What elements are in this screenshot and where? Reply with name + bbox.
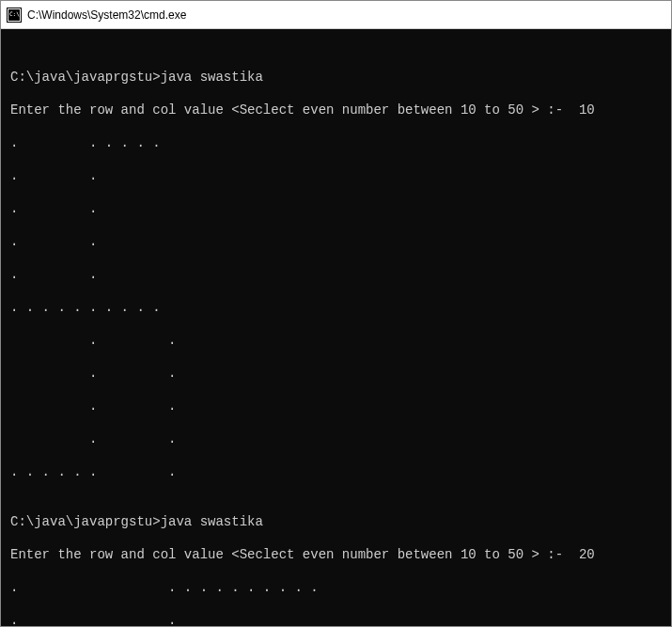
output-line: . . — [10, 431, 662, 448]
prompt-line: C:\java\javaprgstu>java swastika — [10, 514, 662, 531]
output-line: . . — [10, 399, 662, 415]
window-title: C:\Windows\System32\cmd.exe — [27, 8, 186, 22]
output-line: . . . . . . . — [10, 464, 662, 481]
prompt-line: C:\java\javaprgstu>java swastika — [10, 70, 662, 86]
output-line: . . — [10, 366, 662, 383]
output-line: . . — [10, 201, 662, 218]
output-line: . . — [10, 168, 662, 185]
titlebar[interactable]: C:\ C:\Windows\System32\cmd.exe — [1, 1, 671, 29]
input-line: Enter the row and col value <Seclect eve… — [10, 102, 662, 119]
output-line: . . — [10, 267, 662, 284]
cmd-icon: C:\ — [7, 8, 22, 23]
output-line: . . — [10, 613, 662, 627]
cmd-window: C:\ C:\Windows\System32\cmd.exe C:\java\… — [0, 0, 672, 627]
output-line: . . . . . . — [10, 135, 662, 152]
svg-text:C:\: C:\ — [9, 10, 20, 17]
output-line: . . — [10, 333, 662, 350]
output-line: . . . . . . . . . . . — [10, 580, 662, 597]
input-line: Enter the row and col value <Seclect eve… — [10, 547, 662, 564]
output-line: . . . . . . . . . . — [10, 300, 662, 317]
terminal-content[interactable]: C:\java\javaprgstu>java swastika Enter t… — [1, 29, 671, 626]
output-line: . . — [10, 234, 662, 251]
